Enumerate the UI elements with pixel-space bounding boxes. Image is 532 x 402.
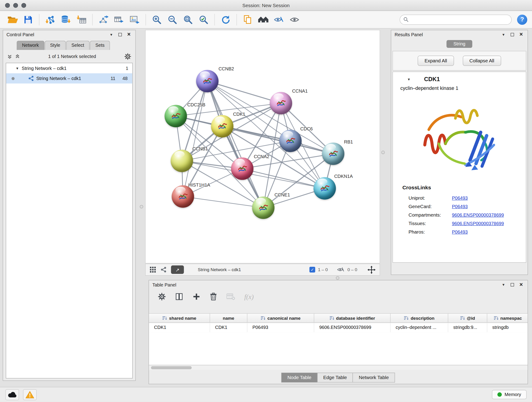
column-header-shared-name[interactable]: shared name <box>149 313 210 322</box>
tab-network[interactable]: Network <box>17 41 44 50</box>
crosslink-link[interactable]: 9606.ENSP00000378699 <box>452 221 504 226</box>
export-network-button[interactable] <box>96 12 111 27</box>
panel-float-icon[interactable] <box>117 33 123 36</box>
network-node-count: 11 <box>111 76 115 81</box>
home-button[interactable] <box>255 12 271 27</box>
panel-close-icon[interactable]: × <box>518 283 524 287</box>
selected-checkbox-icon[interactable]: ✓ <box>310 267 315 273</box>
expand-all-button[interactable]: Expand All <box>418 56 454 66</box>
column-header-description[interactable]: description <box>390 313 448 322</box>
column-header-namespace[interactable]: namespac <box>487 313 528 322</box>
panel-close-icon[interactable]: × <box>126 33 132 36</box>
birds-eye-grid-icon[interactable] <box>150 266 156 273</box>
search-icon <box>404 17 409 22</box>
cell-database-identifier: 9606.ENSP00000378699 <box>314 323 390 332</box>
pan-crosshair-icon[interactable] <box>367 266 376 274</box>
zoom-in-button[interactable] <box>149 12 165 27</box>
column-header-id[interactable]: @id <box>448 313 487 322</box>
right-splitter-handle[interactable] <box>381 151 385 154</box>
open-session-button[interactable] <box>5 12 20 27</box>
import-table-button[interactable] <box>74 12 89 27</box>
zoom-selected-button[interactable] <box>196 12 211 27</box>
crosslink-link[interactable]: P06493 <box>452 204 468 209</box>
panel-menu-icon[interactable]: ▾ <box>500 32 507 37</box>
gene-header-row[interactable]: ▾ CDK1 <box>393 72 526 84</box>
zoom-out-button[interactable] <box>165 12 180 27</box>
expand-all-icon[interactable] <box>15 54 20 59</box>
network-share-icon[interactable] <box>160 267 167 273</box>
tab-node-table[interactable]: Node Table <box>281 373 317 383</box>
delete-column-trash-icon[interactable] <box>210 293 217 301</box>
crosslink-link[interactable]: P06493 <box>452 196 468 201</box>
zoom-fit-icon <box>183 15 193 24</box>
network-node-CDC6[interactable] <box>279 130 302 152</box>
string-network-icon <box>28 76 34 81</box>
network-node-CDKN1A[interactable] <box>313 177 336 200</box>
results-tab-string[interactable]: String <box>447 40 472 48</box>
copy-button[interactable] <box>240 12 255 27</box>
export-table-button[interactable] <box>111 12 127 27</box>
warnings-button[interactable] <box>23 389 37 400</box>
column-header-name[interactable]: name <box>210 313 247 322</box>
network-node-CDC25B[interactable] <box>165 105 187 128</box>
panel-float-icon[interactable] <box>509 283 515 287</box>
show-hide-panels-button[interactable] <box>287 12 302 27</box>
cell-canonical-name: P06493 <box>247 323 314 332</box>
add-column-plus-icon[interactable] <box>192 293 201 301</box>
toggle-graphics-details-button[interactable] <box>271 12 287 27</box>
scrollbar-thumb[interactable] <box>151 366 192 369</box>
search-input[interactable] <box>411 17 508 22</box>
collapse-all-icon[interactable] <box>7 54 12 59</box>
zoom-fit-button[interactable] <box>180 12 196 27</box>
open-in-window-button[interactable]: ↗ <box>171 265 184 274</box>
tab-sets[interactable]: Sets <box>90 41 110 50</box>
panel-float-icon[interactable] <box>509 33 515 36</box>
save-session-button[interactable] <box>20 12 36 27</box>
network-node-CCNA1[interactable] <box>270 92 292 114</box>
memory-button[interactable]: Memory <box>492 390 527 399</box>
delete-table-icon-disabled <box>226 293 235 301</box>
tab-style[interactable]: Style <box>45 41 66 50</box>
network-node-CCNB1[interactable] <box>171 150 193 172</box>
horizontal-splitter-handle[interactable] <box>336 276 339 280</box>
crosslink-link[interactable]: 9606.ENSP00000378699 <box>452 212 504 217</box>
network-node-HIST1H1A[interactable] <box>172 185 194 208</box>
network-view-title: String Network – cdk1 <box>198 267 241 272</box>
table-row[interactable]: CDK1 CDK1 P06493 9606.ENSP00000378699 cy… <box>149 323 528 332</box>
tab-network-table[interactable]: Network Table <box>353 373 395 383</box>
protein-structure-image <box>414 95 504 180</box>
help-button[interactable]: ? <box>517 14 527 25</box>
collapse-all-button[interactable]: Collapse All <box>462 56 501 66</box>
table-settings-gear-icon[interactable] <box>158 293 166 301</box>
apply-layout-button[interactable] <box>218 12 234 27</box>
tree-expand-icon[interactable]: ▾ <box>16 66 18 70</box>
tab-edge-table[interactable]: Edge Table <box>317 373 353 383</box>
toolbar-search[interactable] <box>399 14 512 25</box>
network-node-CCNA2[interactable] <box>231 157 253 180</box>
network-node-CCNE1[interactable] <box>252 196 274 219</box>
column-header-database-identifier[interactable]: database identifier <box>314 313 390 322</box>
gene-collapse-icon[interactable]: ▾ <box>408 77 410 82</box>
network-collection-row[interactable]: ▾ String Network – cdk1 1 <box>6 63 133 73</box>
collection-count: 1 <box>126 66 128 71</box>
table-horizontal-scrollbar[interactable] <box>149 365 528 370</box>
sort-icon <box>329 316 334 320</box>
panel-close-icon[interactable]: × <box>518 33 524 36</box>
panel-menu-icon[interactable]: ▾ <box>500 282 507 287</box>
network-node-RB1[interactable] <box>322 143 344 165</box>
export-image-button[interactable] <box>127 12 143 27</box>
network-canvas[interactable]: CCNB2CCNA1CDC25BCDK1CDC6RB1CCNB1CCNA2CDK… <box>145 30 380 263</box>
network-node-CDK1[interactable] <box>211 115 234 138</box>
left-splitter-handle[interactable] <box>140 205 143 208</box>
import-network-database-button[interactable] <box>58 12 74 27</box>
show-columns-icon[interactable] <box>175 293 183 301</box>
panel-menu-icon[interactable]: ▾ <box>108 32 114 37</box>
network-node-CCNB2[interactable] <box>196 70 219 92</box>
gear-icon[interactable] <box>124 53 131 60</box>
column-header-canonical-name[interactable]: canonical name <box>247 313 314 322</box>
crosslink-link[interactable]: P06493 <box>452 230 468 235</box>
cloud-button[interactable] <box>6 389 19 400</box>
import-network-file-button[interactable] <box>42 12 58 27</box>
network-row-selected[interactable]: String Network – cdk1 11 48 <box>6 73 133 83</box>
tab-select[interactable]: Select <box>66 41 89 50</box>
